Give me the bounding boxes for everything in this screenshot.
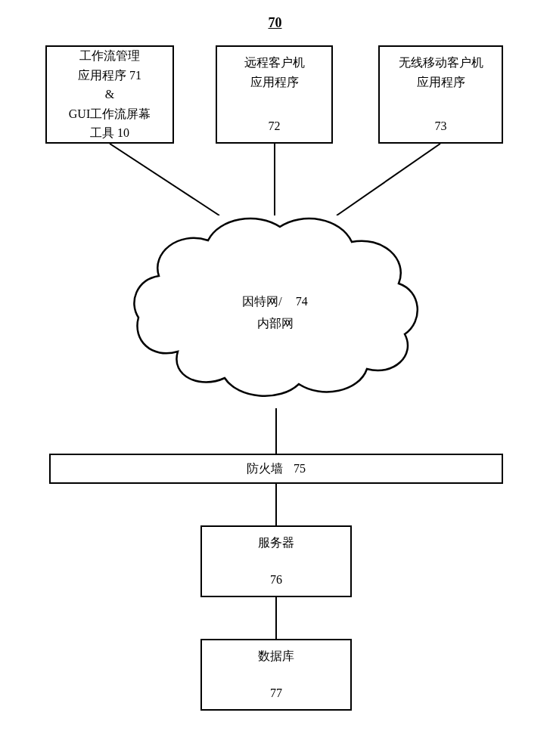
box2-line1: 远程客户机 xyxy=(244,53,305,73)
box1-line1: 工作流管理 xyxy=(79,46,140,66)
server-box: 服务器 76 xyxy=(200,525,352,597)
cloud-number: 74 xyxy=(296,295,308,308)
remote-client-box: 远程客户机 应用程序 72 xyxy=(216,45,333,144)
box3-number: 73 xyxy=(435,110,447,136)
box3-line2: 应用程序 xyxy=(417,73,465,92)
connector-firewall-server xyxy=(272,484,280,525)
database-number: 77 xyxy=(270,677,282,703)
database-box: 数据库 77 xyxy=(200,639,352,711)
server-label: 服务器 xyxy=(258,533,294,553)
box2-line2: 应用程序 xyxy=(250,73,299,92)
database-label: 数据库 xyxy=(258,646,294,666)
firewall-label: 防火墙 xyxy=(247,459,283,479)
figure-number: 70 xyxy=(269,15,282,31)
box1-line4: 工具 10 xyxy=(90,123,129,143)
connector-server-db xyxy=(272,597,280,639)
wireless-mobile-client-box: 无线移动客户机 应用程序 73 xyxy=(378,45,503,144)
cloud-label: 因特网/ 74 内部网 xyxy=(0,291,550,335)
box1-line3: GUI工作流屏幕 xyxy=(69,104,151,124)
firewall-number: 75 xyxy=(294,459,306,479)
connector-cloud-firewall xyxy=(272,408,280,454)
server-number: 76 xyxy=(270,564,282,590)
box2-number: 72 xyxy=(269,110,281,136)
workflow-management-box: 工作流管理 应用程序 71 & GUI工作流屏幕 工具 10 xyxy=(45,45,174,144)
box1-amp: & xyxy=(105,85,114,104)
box3-line1: 无线移动客户机 xyxy=(399,53,483,73)
box1-line2: 应用程序 71 xyxy=(78,66,141,85)
firewall-box: 防火墙 75 xyxy=(49,454,503,484)
cloud-line2: 内部网 xyxy=(257,317,294,330)
cloud-line1: 因特网/ xyxy=(242,295,281,308)
